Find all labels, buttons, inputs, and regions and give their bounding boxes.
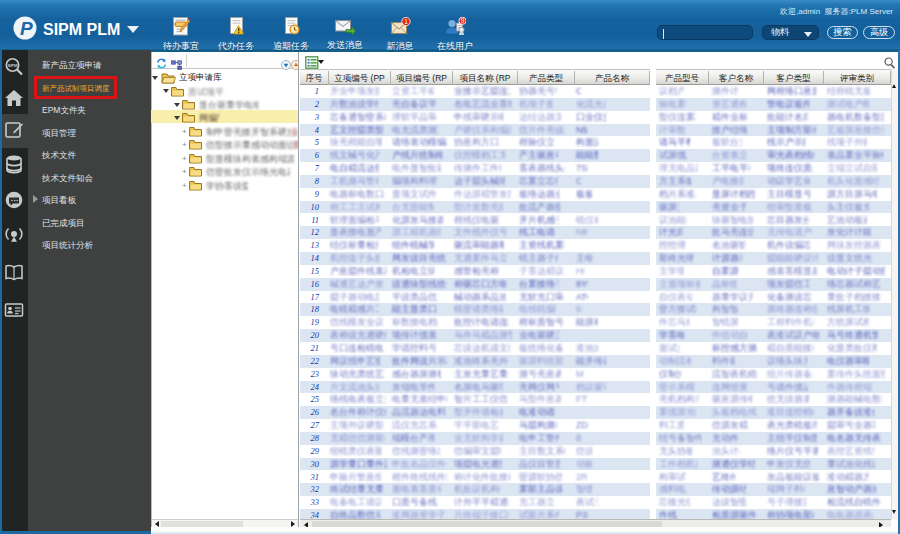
svg-text:1: 1 xyxy=(404,18,408,25)
svg-text:P: P xyxy=(20,18,33,39)
svg-text:SIPM: SIPM xyxy=(7,63,18,68)
svg-text:9: 9 xyxy=(461,17,465,24)
